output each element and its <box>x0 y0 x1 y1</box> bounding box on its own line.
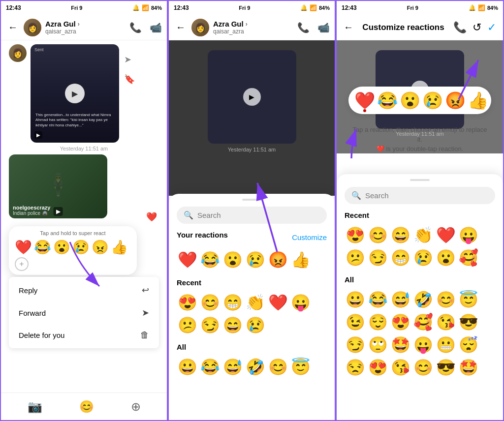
recent-1[interactable]: 😊 <box>199 292 221 313</box>
cust-all-6[interactable]: 😉 <box>345 311 366 333</box>
sel-reaction-1[interactable]: 😂 <box>377 90 398 110</box>
cust-recent-9[interactable]: 😢 <box>412 247 434 269</box>
back-button-2[interactable]: ← <box>174 20 188 35</box>
reaction-angry[interactable]: 😠 <box>92 239 109 255</box>
recent-6[interactable]: 😕 <box>177 314 198 336</box>
cust-all-23[interactable]: 🤩 <box>458 357 479 378</box>
recent-9[interactable]: 😢 <box>245 314 266 336</box>
delete-button[interactable]: Delete for you 🗑 <box>9 324 159 346</box>
video-icon-2[interactable]: 📹 <box>317 22 330 33</box>
sel-reaction-3[interactable]: 😢 <box>422 90 443 110</box>
call-icon-2[interactable]: 📞 <box>297 22 310 33</box>
cust-recent-2[interactable]: 😄 <box>390 224 411 246</box>
cust-recent-4[interactable]: ❤️ <box>435 224 457 246</box>
reaction-laugh[interactable]: 😂 <box>34 239 51 255</box>
refresh-icon[interactable]: ↺ <box>472 21 481 34</box>
phone-icon-3[interactable]: 📞 <box>453 21 467 34</box>
cust-all-8[interactable]: 😍 <box>390 311 411 333</box>
back-button-3[interactable]: ← <box>344 22 353 33</box>
all-2[interactable]: 😅 <box>222 356 244 378</box>
all-0[interactable]: 😀 <box>177 356 198 378</box>
all-5[interactable]: 😇 <box>290 356 312 378</box>
sel-reaction-0[interactable]: ❤️ <box>354 90 375 110</box>
cust-all-11[interactable]: 😎 <box>458 311 479 333</box>
search-bar-3[interactable]: 🔍 <box>345 187 495 204</box>
your-reaction-0[interactable]: ❤️ <box>177 249 198 271</box>
cust-all-2[interactable]: 😅 <box>390 289 411 310</box>
cust-recent-1[interactable]: 😊 <box>367 224 389 246</box>
your-reaction-2[interactable]: 😮 <box>222 249 244 271</box>
confirm-icon[interactable]: ✓ <box>487 21 496 34</box>
recent-4[interactable]: ❤️ <box>267 292 289 313</box>
video-icon[interactable]: 📹 <box>150 22 162 33</box>
search-input-3[interactable] <box>365 191 488 200</box>
cust-all-22[interactable]: 😎 <box>435 357 457 378</box>
bookmark-icon[interactable]: 🔖 <box>124 74 135 85</box>
cust-all-21[interactable]: 😊 <box>412 357 434 378</box>
your-reaction-1[interactable]: 😂 <box>199 249 221 271</box>
emoji-scroll-2[interactable]: Your reactions Customize ❤️ 😂 😮 😢 😡 👍 Re… <box>177 231 327 385</box>
recent-7[interactable]: 😏 <box>199 314 221 336</box>
recent-3[interactable]: 👏 <box>245 292 266 313</box>
send-icon[interactable]: ➤ <box>124 54 135 65</box>
call-icon[interactable]: 📞 <box>129 22 142 33</box>
your-reaction-3[interactable]: 😢 <box>245 249 266 271</box>
cust-all-5[interactable]: 😇 <box>458 289 479 310</box>
emoji-keyboard-icon[interactable]: 😊 <box>79 400 94 414</box>
cust-recent-11[interactable]: 🥰 <box>458 247 479 269</box>
cust-all-19[interactable]: 😍 <box>367 357 389 378</box>
cust-all-0[interactable]: 😀 <box>345 289 366 310</box>
cust-recent-3[interactable]: 👏 <box>412 224 434 246</box>
reply-button[interactable]: Reply ↩ <box>9 279 159 301</box>
customize-link[interactable]: Customize <box>292 233 327 241</box>
sel-reaction-2[interactable]: 😮 <box>400 90 420 110</box>
play-reel-btn[interactable]: ▶ <box>54 207 63 216</box>
your-reaction-5[interactable]: 👍 <box>290 249 312 271</box>
cust-all-9[interactable]: 🥰 <box>412 311 434 333</box>
cust-all-12[interactable]: 😏 <box>345 334 366 356</box>
all-1[interactable]: 😂 <box>199 356 221 378</box>
recent-8[interactable]: 😄 <box>222 314 244 336</box>
cust-recent-8[interactable]: 😁 <box>390 247 411 269</box>
cust-recent-6[interactable]: 😕 <box>345 247 366 269</box>
add-reaction-button[interactable]: + <box>15 257 29 271</box>
back-button-1[interactable]: ← <box>6 20 20 35</box>
reaction-wow[interactable]: 😮 <box>53 239 70 255</box>
header-name-1[interactable]: Azra Gul › <box>45 20 126 28</box>
cust-all-16[interactable]: 😬 <box>435 334 457 356</box>
search-bar-2[interactable]: 🔍 <box>177 207 327 224</box>
play-button[interactable]: ▶ <box>65 84 85 103</box>
all-3[interactable]: 🤣 <box>245 356 266 378</box>
cust-all-14[interactable]: 🤩 <box>390 334 411 356</box>
your-reaction-4[interactable]: 😡 <box>267 249 289 271</box>
cust-all-18[interactable]: 😒 <box>345 357 366 378</box>
reaction-heart[interactable]: ❤️ <box>15 239 32 255</box>
cust-all-7[interactable]: 😌 <box>367 311 389 333</box>
header-name-2[interactable]: Azra Gul › <box>213 20 293 28</box>
cust-all-1[interactable]: 😂 <box>367 289 389 310</box>
forward-button[interactable]: Forward ➤ <box>9 301 159 324</box>
cust-all-4[interactable]: 😊 <box>435 289 457 310</box>
cust-recent-5[interactable]: 😛 <box>458 224 479 246</box>
recent-2[interactable]: 😁 <box>222 292 244 313</box>
add-icon[interactable]: ⊕ <box>131 400 141 414</box>
cust-all-17[interactable]: 😴 <box>458 334 479 356</box>
cust-recent-7[interactable]: 😏 <box>367 247 389 269</box>
reaction-cry[interactable]: 😢 <box>72 239 90 255</box>
cust-all-20[interactable]: 😘 <box>390 357 411 378</box>
recent-5[interactable]: 😛 <box>290 292 312 313</box>
all-4[interactable]: 😊 <box>267 356 289 378</box>
reaction-thumbs[interactable]: 👍 <box>111 239 128 255</box>
camera-icon[interactable]: 📷 <box>28 400 42 414</box>
cust-all-3[interactable]: 🤣 <box>412 289 434 310</box>
sel-reaction-5[interactable]: 👍 <box>468 90 488 110</box>
cust-all-10[interactable]: 😘 <box>435 311 457 333</box>
cust-all-13[interactable]: 🙄 <box>367 334 389 356</box>
sel-reaction-4[interactable]: 😡 <box>445 90 466 110</box>
cust-recent-10[interactable]: 😮 <box>435 247 457 269</box>
cust-all-15[interactable]: 😛 <box>412 334 434 356</box>
cust-recent-0[interactable]: 😍 <box>345 224 366 246</box>
emoji-scroll-3[interactable]: Recent 😍 😊 😄 👏 ❤️ 😛 😕 😏 😁 😢 😮 🥰 All 😀 😂 <box>345 211 495 385</box>
search-input-2[interactable] <box>197 211 320 219</box>
recent-0[interactable]: 😍 <box>177 292 198 313</box>
